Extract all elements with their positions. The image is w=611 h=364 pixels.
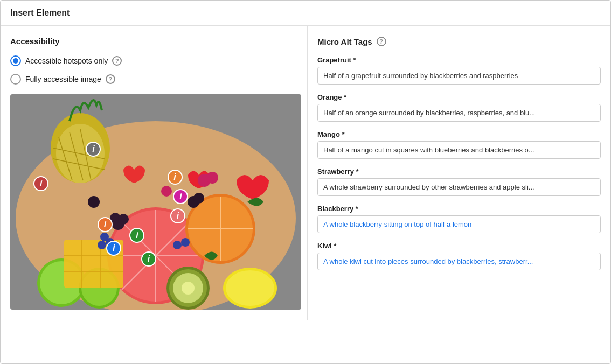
radio-hotspots[interactable] bbox=[10, 55, 21, 66]
radio-accessible[interactable] bbox=[10, 74, 21, 85]
micro-alt-tags-title: Micro Alt Tags ? bbox=[317, 37, 601, 46]
fields-container: Grapefruit *Orange *Mango *Strawberry *B… bbox=[317, 56, 601, 270]
svg-point-42 bbox=[173, 241, 182, 249]
field-input-5[interactable] bbox=[317, 253, 601, 270]
field-label-2: Mango * bbox=[317, 130, 601, 138]
fruit-platter-svg bbox=[10, 94, 301, 310]
hotspot-grapefruit[interactable]: i bbox=[170, 208, 185, 223]
field-group-0: Grapefruit * bbox=[317, 56, 601, 85]
radio-row-hotspots[interactable]: Accessible hotspots only ? bbox=[10, 55, 297, 66]
dialog-body: Accessibility Accessible hotspots only ?… bbox=[1, 26, 610, 320]
svg-point-37 bbox=[193, 193, 204, 204]
svg-point-38 bbox=[88, 196, 100, 208]
radio-row-accessible[interactable]: Fully accessible image ? bbox=[10, 74, 297, 85]
hotspot-raspberry[interactable]: i bbox=[33, 176, 48, 191]
field-group-2: Mango * bbox=[317, 130, 601, 159]
dialog-title: Insert Element bbox=[1, 1, 610, 26]
svg-point-41 bbox=[100, 233, 109, 241]
micro-alt-tags-label: Micro Alt Tags bbox=[317, 37, 372, 46]
accessibility-section-title: Accessibility bbox=[10, 37, 297, 46]
field-input-1[interactable] bbox=[317, 104, 601, 122]
field-input-4[interactable] bbox=[317, 215, 601, 233]
field-input-3[interactable] bbox=[317, 178, 601, 196]
svg-point-46 bbox=[161, 186, 172, 197]
field-group-3: Strawberry * bbox=[317, 167, 601, 196]
field-label-4: Blackberry * bbox=[317, 205, 601, 213]
hotspot-lime[interactable]: i bbox=[141, 251, 156, 267]
hotspot-orange[interactable]: i bbox=[168, 170, 183, 185]
field-input-2[interactable] bbox=[317, 141, 601, 159]
field-input-0[interactable] bbox=[317, 67, 601, 85]
insert-element-dialog: Insert Element Accessibility Accessible … bbox=[0, 0, 611, 364]
accessible-help-icon[interactable]: ? bbox=[106, 74, 115, 84]
field-group-1: Orange * bbox=[317, 93, 601, 122]
field-label-1: Orange * bbox=[317, 93, 601, 101]
right-panel: Micro Alt Tags ? Grapefruit *Orange *Man… bbox=[308, 26, 610, 320]
micro-alt-tags-help-icon[interactable]: ? bbox=[377, 37, 386, 46]
svg-point-32 bbox=[182, 282, 195, 295]
field-label-5: Kiwi * bbox=[317, 242, 601, 250]
svg-point-39 bbox=[98, 241, 106, 249]
svg-point-12 bbox=[226, 270, 274, 306]
field-group-5: Kiwi * bbox=[317, 242, 601, 270]
svg-point-43 bbox=[181, 238, 190, 247]
svg-point-35 bbox=[118, 214, 129, 225]
field-group-4: Blackberry * bbox=[317, 205, 601, 233]
svg-point-45 bbox=[206, 172, 218, 184]
left-panel: Accessibility Accessible hotspots only ?… bbox=[1, 26, 308, 320]
field-label-3: Strawberry * bbox=[317, 167, 601, 176]
radio-hotspots-label: Accessible hotspots only bbox=[25, 57, 108, 65]
hotspot-blackberry[interactable]: i bbox=[106, 241, 121, 256]
hotspot-mango[interactable]: i bbox=[98, 217, 113, 232]
fruit-image-container: i i i i i i i i i bbox=[10, 94, 301, 310]
field-label-0: Grapefruit * bbox=[317, 56, 601, 64]
hotspots-help-icon[interactable]: ? bbox=[112, 56, 122, 66]
radio-accessible-label: Fully accessible image bbox=[25, 75, 101, 83]
